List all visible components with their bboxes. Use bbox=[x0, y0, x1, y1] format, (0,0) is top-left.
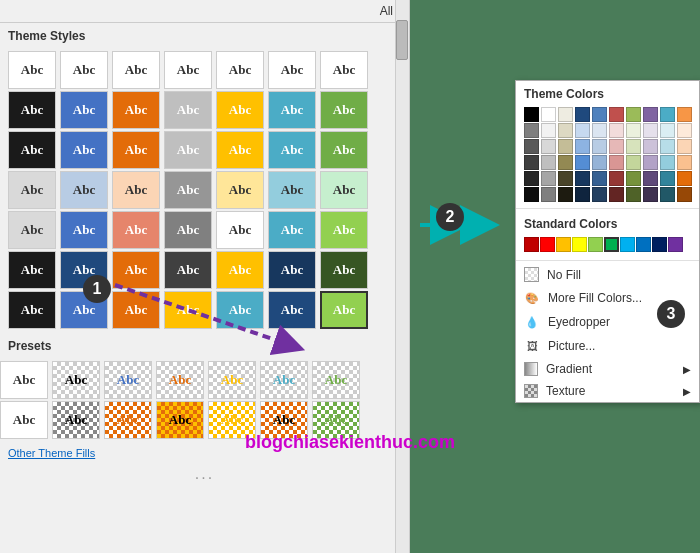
color-swatch[interactable] bbox=[660, 155, 675, 170]
style-cell[interactable]: Abc bbox=[112, 251, 160, 289]
style-cell[interactable]: Abc bbox=[320, 91, 368, 129]
style-cell[interactable]: Abc bbox=[164, 131, 212, 169]
style-cell[interactable]: Abc bbox=[112, 211, 160, 249]
style-cell[interactable]: Abc bbox=[216, 251, 264, 289]
color-swatch[interactable] bbox=[626, 155, 641, 170]
std-color-swatch[interactable] bbox=[524, 237, 539, 252]
preset-cell[interactable]: Abc bbox=[260, 361, 308, 399]
color-swatch[interactable] bbox=[541, 171, 556, 186]
style-cell[interactable]: Abc bbox=[268, 171, 316, 209]
color-swatch[interactable] bbox=[626, 171, 641, 186]
color-swatch[interactable] bbox=[643, 155, 658, 170]
color-swatch[interactable] bbox=[558, 155, 573, 170]
color-swatch[interactable] bbox=[609, 155, 624, 170]
color-swatch[interactable] bbox=[660, 139, 675, 154]
style-cell[interactable]: Abc bbox=[268, 251, 316, 289]
scrollbar-track[interactable] bbox=[395, 0, 409, 553]
style-cell[interactable]: Abc bbox=[60, 211, 108, 249]
color-swatch[interactable] bbox=[575, 123, 590, 138]
style-cell[interactable]: Abc bbox=[216, 211, 264, 249]
color-swatch[interactable] bbox=[558, 139, 573, 154]
std-color-swatch[interactable] bbox=[668, 237, 683, 252]
color-swatch[interactable] bbox=[677, 187, 692, 202]
preset-cell[interactable]: Abc bbox=[156, 401, 204, 439]
style-cell[interactable]: Abc bbox=[216, 131, 264, 169]
style-cell[interactable]: Abc bbox=[112, 171, 160, 209]
preset-cell[interactable]: Abc bbox=[208, 401, 256, 439]
color-swatch[interactable] bbox=[541, 107, 556, 122]
preset-cell[interactable]: Abc bbox=[52, 401, 100, 439]
style-cell[interactable]: Abc bbox=[60, 171, 108, 209]
style-cell[interactable]: Abc bbox=[320, 131, 368, 169]
style-cell[interactable]: Abc bbox=[60, 251, 108, 289]
style-cell[interactable]: Abc bbox=[268, 51, 316, 89]
preset-cell[interactable]: Abc bbox=[312, 361, 360, 399]
color-swatch[interactable] bbox=[524, 171, 539, 186]
preset-cell[interactable]: Abc bbox=[0, 401, 48, 439]
style-cell[interactable]: Abc bbox=[8, 291, 56, 329]
color-swatch[interactable] bbox=[541, 155, 556, 170]
std-color-swatch[interactable] bbox=[540, 237, 555, 252]
other-fills-link[interactable]: Other Theme Fills bbox=[0, 443, 409, 461]
more-fill-colors-item[interactable]: 🎨 More Fill Colors... bbox=[516, 286, 699, 310]
style-cell[interactable]: Abc bbox=[60, 291, 108, 329]
color-swatch[interactable] bbox=[643, 107, 658, 122]
color-swatch[interactable] bbox=[524, 139, 539, 154]
std-color-swatch[interactable] bbox=[588, 237, 603, 252]
style-cell[interactable]: Abc bbox=[112, 51, 160, 89]
color-swatch[interactable] bbox=[541, 139, 556, 154]
style-cell[interactable]: Abc bbox=[8, 131, 56, 169]
style-cell[interactable]: Abc bbox=[216, 51, 264, 89]
style-cell[interactable]: Abc bbox=[268, 131, 316, 169]
color-swatch[interactable] bbox=[524, 155, 539, 170]
picture-item[interactable]: 🖼 Picture... bbox=[516, 334, 699, 358]
style-cell[interactable]: Abc bbox=[164, 211, 212, 249]
color-swatch[interactable] bbox=[592, 123, 607, 138]
style-cell-selected[interactable]: Abc bbox=[320, 291, 368, 329]
color-swatch[interactable] bbox=[626, 107, 641, 122]
color-swatch[interactable] bbox=[609, 187, 624, 202]
color-swatch[interactable] bbox=[609, 107, 624, 122]
color-swatch[interactable] bbox=[660, 187, 675, 202]
style-cell[interactable]: Abc bbox=[216, 91, 264, 129]
style-cell[interactable]: Abc bbox=[216, 171, 264, 209]
style-cell[interactable]: Abc bbox=[112, 91, 160, 129]
color-swatch[interactable] bbox=[643, 187, 658, 202]
color-swatch[interactable] bbox=[524, 123, 539, 138]
color-swatch[interactable] bbox=[609, 171, 624, 186]
color-swatch[interactable] bbox=[541, 123, 556, 138]
color-swatch[interactable] bbox=[660, 171, 675, 186]
color-swatch[interactable] bbox=[592, 139, 607, 154]
scrollbar-thumb[interactable] bbox=[396, 20, 408, 60]
std-color-swatch[interactable] bbox=[556, 237, 571, 252]
style-cell[interactable]: Abc bbox=[8, 51, 56, 89]
color-swatch[interactable] bbox=[592, 187, 607, 202]
color-swatch[interactable] bbox=[677, 107, 692, 122]
color-swatch[interactable] bbox=[660, 107, 675, 122]
color-swatch[interactable] bbox=[609, 123, 624, 138]
std-color-swatch[interactable] bbox=[652, 237, 667, 252]
color-swatch[interactable] bbox=[524, 107, 539, 122]
style-cell[interactable]: Abc bbox=[8, 211, 56, 249]
color-swatch[interactable] bbox=[626, 187, 641, 202]
color-swatch[interactable] bbox=[575, 187, 590, 202]
color-swatch[interactable] bbox=[575, 155, 590, 170]
preset-cell[interactable]: Abc bbox=[0, 361, 48, 399]
color-swatch[interactable] bbox=[609, 139, 624, 154]
style-cell[interactable]: Abc bbox=[320, 171, 368, 209]
style-cell[interactable]: Abc bbox=[164, 171, 212, 209]
style-cell[interactable]: Abc bbox=[112, 291, 160, 329]
color-swatch[interactable] bbox=[541, 187, 556, 202]
style-cell[interactable]: Abc bbox=[60, 91, 108, 129]
std-color-swatch[interactable] bbox=[636, 237, 651, 252]
color-swatch[interactable] bbox=[677, 155, 692, 170]
style-cell[interactable]: Abc bbox=[268, 91, 316, 129]
preset-cell[interactable]: Abc bbox=[104, 361, 152, 399]
preset-cell[interactable]: Abc bbox=[104, 401, 152, 439]
style-cell[interactable]: Abc bbox=[60, 51, 108, 89]
color-swatch[interactable] bbox=[677, 171, 692, 186]
color-swatch[interactable] bbox=[626, 123, 641, 138]
texture-item[interactable]: Texture ▶ bbox=[516, 380, 699, 402]
color-swatch[interactable] bbox=[558, 107, 573, 122]
color-swatch[interactable] bbox=[592, 171, 607, 186]
